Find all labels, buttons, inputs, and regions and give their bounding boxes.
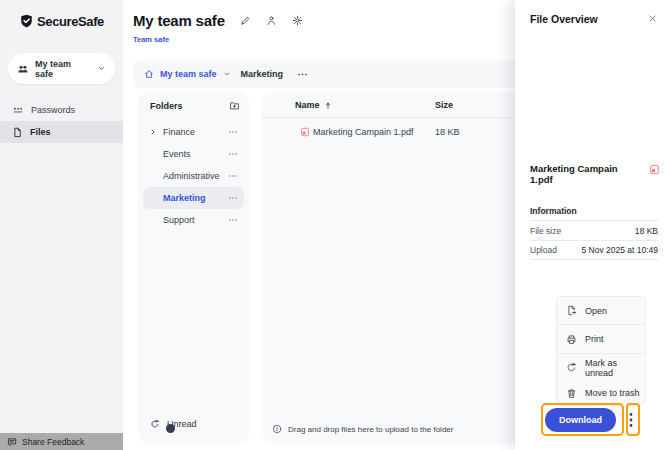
menu-item-move-to-trash[interactable]: Move to trash: [557, 381, 645, 405]
share-feedback-label: Share Feedback: [22, 437, 84, 447]
menu-item-label: Print: [585, 334, 604, 344]
folder-item-support[interactable]: Support: [143, 209, 244, 231]
folder-menu-icon[interactable]: [228, 150, 238, 158]
folder-label: Administrative: [163, 171, 228, 181]
folder-item-administrative[interactable]: Administrative: [143, 165, 244, 187]
mark-unread-icon: [566, 362, 577, 373]
information-section-title: Information: [530, 206, 577, 216]
chevron-down-icon[interactable]: [223, 70, 231, 78]
passwords-icon: [12, 104, 24, 116]
info-icon: [272, 424, 282, 434]
info-label: File size: [530, 226, 561, 236]
info-row-upload: Upload 5 Nov 2025 at 10:49: [530, 240, 658, 260]
sidebar-item-passwords[interactable]: Passwords: [0, 99, 123, 121]
close-icon[interactable]: [648, 14, 657, 23]
folder-item-events[interactable]: Events: [143, 143, 244, 165]
sort-asc-icon: [324, 101, 332, 110]
team-icon: [17, 63, 29, 75]
brand-logo: SecureSafe: [0, 13, 123, 29]
folder-menu-icon[interactable]: [228, 194, 238, 202]
dropzone-hint-text: Drag and drop files here to upload to th…: [288, 425, 453, 434]
folder-label: Support: [163, 215, 228, 225]
chevron-right-icon[interactable]: [149, 128, 162, 136]
folders-header: Folders: [150, 100, 240, 111]
dropzone-hint: Drag and drop files here to upload to th…: [272, 424, 453, 434]
sidebar: SecureSafe My team safe Passwords: [0, 0, 123, 450]
folders-panel: Folders Finance Events: [138, 92, 249, 443]
chevron-down-icon: [97, 64, 106, 73]
share-feedback-button[interactable]: Share Feedback: [0, 433, 123, 450]
safe-selector[interactable]: My team safe: [8, 53, 115, 84]
folder-label: Finance: [163, 127, 228, 137]
shield-check-icon: [19, 13, 34, 29]
brand-name: SecureSafe: [37, 14, 104, 29]
page-title: My team safe: [133, 12, 225, 29]
menu-item-label: Open: [585, 306, 607, 316]
panel-title: File Overview: [530, 13, 598, 25]
file-overview-panel: File Overview Marketing Campain 1.pdf In…: [515, 0, 670, 450]
gear-icon[interactable]: [292, 15, 303, 26]
folder-menu-icon[interactable]: [228, 172, 238, 180]
menu-item-mark-as-unread[interactable]: Mark as unread: [557, 354, 645, 381]
securesafe-app: SecureSafe My team safe Passwords: [0, 0, 670, 450]
download-button[interactable]: Download: [545, 408, 616, 432]
menu-item-print[interactable]: Print: [557, 325, 645, 354]
breadcrumb-current: Marketing: [241, 69, 284, 79]
file-actions-menu: Open Print Mark as unread Move to trash: [556, 296, 646, 406]
unread-icon: [150, 419, 160, 429]
file-size: 18 KB: [435, 127, 460, 137]
folder-menu-icon[interactable]: [228, 216, 238, 224]
column-size[interactable]: Size: [435, 100, 453, 110]
info-label: Upload: [530, 245, 557, 255]
share-user-icon[interactable]: [266, 15, 277, 26]
folder-item-finance[interactable]: Finance: [143, 121, 244, 143]
clipped-item-icon: [166, 424, 175, 433]
file-icon: [12, 127, 23, 138]
folder-item-marketing[interactable]: Marketing: [143, 187, 244, 209]
folder-label: Events: [163, 149, 228, 159]
column-name-sort[interactable]: Name: [295, 100, 332, 110]
add-folder-icon[interactable]: [229, 100, 240, 111]
kebab-menu-icon[interactable]: [629, 412, 633, 428]
safe-selector-label: My team safe: [35, 59, 91, 79]
folder-menu-icon[interactable]: [228, 128, 238, 136]
trash-icon: [566, 388, 577, 399]
pdf-file-icon: [649, 164, 660, 175]
information-rows: File size 18 KB Upload 5 Nov 2025 at 10:…: [530, 220, 658, 260]
info-value: 5 Nov 2025 at 10:49: [581, 245, 658, 255]
info-value: 18 KB: [635, 226, 658, 236]
home-icon[interactable]: [144, 69, 154, 79]
menu-item-open[interactable]: Open: [557, 297, 645, 325]
sidebar-item-files[interactable]: Files: [0, 121, 123, 143]
info-row-file-size: File size 18 KB: [530, 220, 658, 240]
sidebar-item-label: Passwords: [31, 105, 75, 115]
menu-item-label: Move to trash: [585, 388, 640, 398]
unread-filter[interactable]: Unread: [150, 419, 197, 429]
main-header: My team safe: [133, 12, 303, 29]
safe-type-link[interactable]: Team safe: [133, 35, 169, 44]
breadcrumb-more-icon[interactable]: [297, 70, 308, 79]
sidebar-item-label: Files: [30, 127, 51, 137]
column-label: Name: [295, 100, 320, 110]
folders-title: Folders: [150, 101, 183, 111]
open-file-icon: [566, 305, 577, 316]
breadcrumb-root[interactable]: My team safe: [160, 69, 217, 79]
edit-pencil-icon[interactable]: [240, 15, 251, 26]
overview-file-name: Marketing Campain 1.pdf: [530, 163, 640, 186]
sidebar-nav: Passwords Files: [0, 99, 123, 143]
pdf-file-icon: [300, 127, 310, 137]
folder-label: Marketing: [163, 193, 228, 203]
menu-item-label: Mark as unread: [585, 358, 645, 378]
speech-bubble-icon: [7, 437, 17, 447]
file-name: Marketing Campain 1.pdf: [313, 127, 414, 137]
folder-list: Finance Events Administrative: [143, 121, 244, 231]
printer-icon: [566, 334, 577, 345]
